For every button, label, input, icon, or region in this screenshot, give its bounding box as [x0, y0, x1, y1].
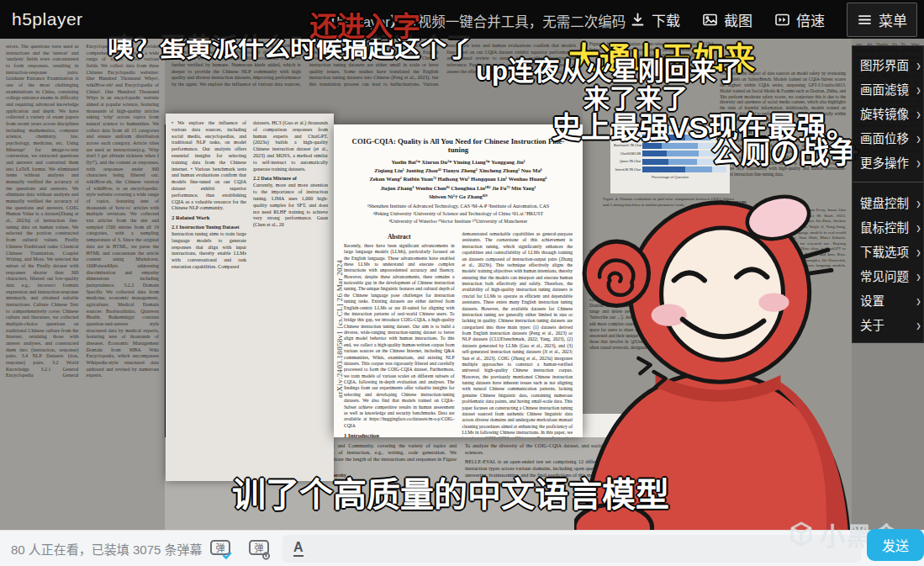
top-bar-actions: 下载 截图 [630, 0, 917, 39]
danmaku-comment: 还进入字 [309, 4, 420, 45]
menu-icon [857, 12, 873, 28]
paper-abstract-heading: Abstract [344, 233, 455, 241]
download-icon [630, 12, 646, 28]
paper-abstract-column: Abstract Recently, there have been signi… [344, 231, 455, 437]
screenshot-icon [702, 12, 718, 28]
h5player-brand: h5player [12, 9, 83, 29]
svg-text:弹: 弹 [255, 542, 264, 553]
chevron-right-icon: › [916, 193, 921, 212]
paper-right-column: demonstrated remarkable capabilities as … [462, 231, 573, 437]
chevron-right-icon: › [916, 128, 921, 147]
menu-item-settings[interactable]: 设置› [853, 288, 923, 312]
paper-title: COIG-CQIA: Quality is All You Need for C… [344, 137, 573, 154]
send-button[interactable]: 发送 [867, 529, 924, 561]
menu-item-download-options[interactable]: 下载选项› [853, 239, 923, 263]
menu-divider [853, 182, 923, 182]
speed-button[interactable]: 倍速 [774, 9, 825, 30]
chevron-right-icon: › [916, 266, 921, 285]
paper-page2-col1: • We explore the influence of various da… [172, 120, 246, 474]
chevron-right-icon: › [916, 241, 921, 261]
menu-button[interactable]: 菜单 [847, 3, 917, 37]
menu-item-graphic-ui[interactable]: 图形界面› [853, 52, 923, 77]
paper-intro-heading: 1 Introduction [344, 432, 455, 437]
chevron-right-icon: › [916, 79, 921, 98]
menu-item-about[interactable]: 关于› [853, 312, 923, 336]
xiaoheihe-logo-icon [787, 520, 816, 548]
paper-page-2: • We explore the influence of various da… [166, 114, 334, 481]
paper-page2-col2: datasets. HC3 (Guo et al.) thousands of … [253, 120, 328, 474]
video-player: errors. The questions were used as instr… [0, 0, 924, 566]
h5player-menu-panel: 图形界面› 画面滤镜› 旋转镜像› 画面位移› 更多操作› 键盘控制› 鼠标控制… [852, 45, 924, 343]
menu-item-mouse-control[interactable]: 鼠标控制› [853, 214, 923, 239]
danmaku-toggle-icon[interactable]: 弹 [209, 536, 234, 561]
menu-item-rotate-mirror[interactable]: 旋转镜像› [853, 101, 923, 125]
danmaku-comment: 公厕の战争 [711, 129, 858, 172]
chevron-right-icon: › [916, 55, 921, 74]
menu-item-faq[interactable]: 常见问题› [853, 263, 923, 288]
danmaku-input-wrap: A [282, 535, 861, 563]
menu-item-filters[interactable]: 画面滤镜› [853, 77, 923, 101]
danmaku-input[interactable] [312, 534, 861, 563]
svg-text:弹: 弹 [216, 542, 225, 553]
screenshot-button[interactable]: 截图 [702, 9, 752, 30]
chevron-right-icon: › [916, 152, 921, 172]
danmaku-bar: 80 人正在看，已装填 3075 条弹幕 弹 弹 A [0, 530, 924, 566]
speed-icon [774, 12, 790, 28]
danmaku-settings-icon[interactable]: 弹 [247, 536, 272, 561]
arxiv-sidebar-label: arXiv:2403.18058v1 [cs.CL] 26 Mar 2024 [335, 217, 344, 398]
danmaku-comment: 训了个高质量的中文语言模型 [232, 468, 669, 516]
chevron-right-icon: › [916, 315, 921, 334]
bg-paper-column-left: errors. The questions were used as instr… [0, 39, 165, 532]
viewer-status-text: 80 人正在看，已装填 3075 条弹幕 [11, 540, 203, 558]
menu-item-picture-shift[interactable]: 画面位移› [853, 125, 923, 150]
chevron-right-icon: › [916, 103, 921, 123]
menu-item-keyboard-control[interactable]: 键盘控制› [853, 190, 923, 214]
chevron-right-icon: › [916, 290, 921, 309]
player-top-bar: h5player 【h5player】音视频一键合并工具，无需二次编码 下载 [0, 0, 924, 39]
paper-authors: Yuelin Bai¹* Xinrun Du²* Yiming Liang³* … [347, 158, 569, 201]
chevron-right-icon: › [916, 217, 921, 236]
figure4-xlabel: Percentage of Question [614, 175, 726, 179]
font-style-button[interactable]: A [293, 541, 304, 557]
download-button[interactable]: 下载 [630, 9, 680, 30]
paper-front-page: COIG-CQIA: Quality is All You Need for C… [334, 124, 583, 437]
paper-affiliations: ¹Shenzhen Institute of Advanced Technolo… [344, 203, 573, 225]
menu-item-more-actions[interactable]: 更多操作› [853, 150, 923, 174]
